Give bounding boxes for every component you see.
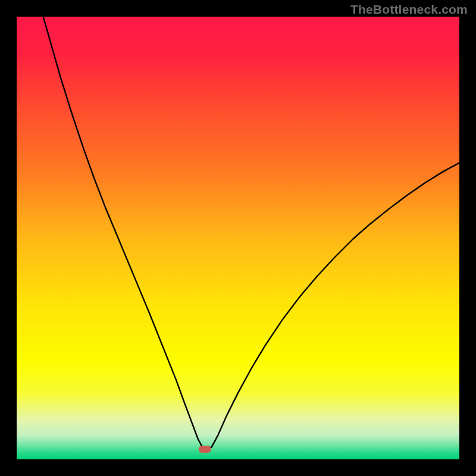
outer-frame: TheBottleneck.com [0, 0, 476, 476]
optimum-marker [199, 446, 211, 453]
watermark-text: TheBottleneck.com [350, 2, 468, 17]
bottleneck-chart [17, 17, 459, 459]
